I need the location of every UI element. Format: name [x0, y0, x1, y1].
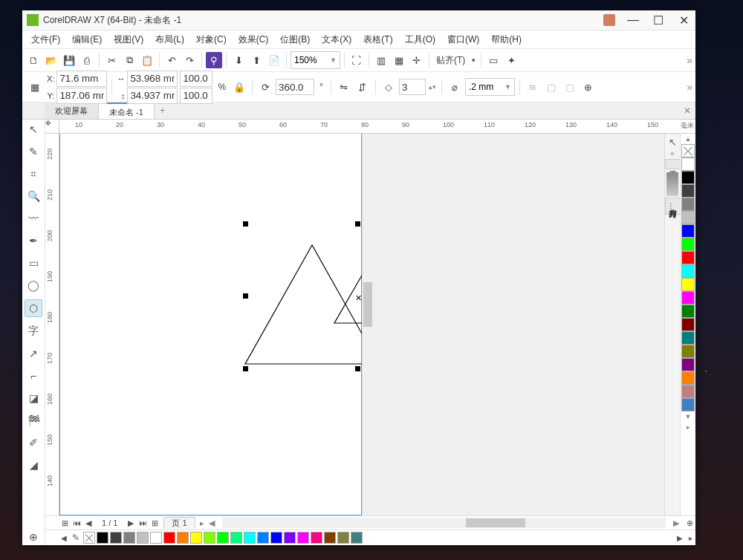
- import-icon[interactable]: ⬇: [230, 52, 247, 68]
- color-swatch[interactable]: [244, 532, 256, 544]
- menu-text[interactable]: 文本(X): [316, 30, 357, 48]
- y-position-input[interactable]: [56, 88, 107, 104]
- color-swatch[interactable]: [681, 184, 695, 198]
- menu-bitmap[interactable]: 位图(B): [274, 30, 316, 48]
- color-swatch[interactable]: [681, 345, 695, 358]
- color-swatch[interactable]: [681, 398, 695, 411]
- zoom-tool-icon[interactable]: 🔍: [25, 188, 42, 204]
- page-first-icon[interactable]: ⏮: [71, 517, 82, 529]
- close-button[interactable]: ✕: [676, 13, 691, 27]
- color-swatch[interactable]: [297, 532, 309, 544]
- mirror-v-icon[interactable]: ⇵: [354, 79, 371, 95]
- bpal-scroll-left-icon[interactable]: ◀: [59, 534, 69, 542]
- palette-scroll-down-icon[interactable]: ▼: [681, 411, 695, 422]
- menu-help[interactable]: 帮助(H): [485, 30, 528, 48]
- zoom-level-dropdown[interactable]: 150% ▼: [291, 51, 340, 69]
- save-icon[interactable]: 💾: [61, 52, 77, 68]
- paste-icon[interactable]: 📋: [139, 52, 155, 68]
- color-swatch[interactable]: [681, 264, 695, 278]
- color-swatch[interactable]: [137, 532, 149, 544]
- color-swatch[interactable]: [311, 532, 322, 544]
- new-icon[interactable]: 🗋: [25, 52, 42, 68]
- show-grid-icon[interactable]: ▦: [391, 52, 407, 68]
- scale-y-input[interactable]: [180, 88, 212, 104]
- docker-tab-hints[interactable]: 提示: [665, 159, 681, 169]
- outline-width-dropdown[interactable]: .2 mm ▼: [465, 78, 515, 96]
- page-tab-1[interactable]: 页 1: [163, 517, 195, 529]
- triangle-large[interactable]: [245, 245, 362, 364]
- mirror-h-icon[interactable]: ⇋: [336, 79, 352, 95]
- color-swatch[interactable]: [681, 157, 695, 171]
- page-tab-overflow-icon[interactable]: ▸: [200, 518, 204, 528]
- show-guides-icon[interactable]: ✛: [409, 52, 425, 68]
- navigator-icon[interactable]: ⊕: [684, 517, 695, 529]
- color-swatch[interactable]: [681, 331, 695, 345]
- color-swatch[interactable]: [230, 532, 242, 544]
- palette-scroll-up-icon[interactable]: ▲: [681, 134, 695, 144]
- toolbar-overflow-icon[interactable]: »: [687, 54, 692, 66]
- width-input[interactable]: [127, 71, 178, 87]
- page-add-after-icon[interactable]: ⊞: [149, 517, 160, 529]
- color-swatch[interactable]: [681, 385, 695, 398]
- app-launcher-icon[interactable]: ✦: [503, 52, 519, 68]
- color-swatch[interactable]: [681, 318, 695, 331]
- interactive-fill-icon[interactable]: ◢: [25, 457, 42, 473]
- page-last-icon[interactable]: ⏭: [137, 517, 149, 529]
- object-origin-icon[interactable]: ▦: [25, 79, 45, 95]
- ruler-origin-icon[interactable]: ✥: [45, 120, 59, 134]
- bpal-flyout-icon[interactable]: ▸: [685, 534, 695, 542]
- color-swatch[interactable]: [270, 532, 282, 544]
- search-content-icon[interactable]: ⚲: [206, 52, 222, 68]
- color-swatch[interactable]: [123, 532, 135, 544]
- horizontal-scrollbar[interactable]: [222, 518, 666, 528]
- docker-tab-align[interactable]: 对齐与分布...: [665, 198, 681, 215]
- no-color-swatch[interactable]: [681, 144, 695, 157]
- text-tool-icon[interactable]: 字: [25, 323, 42, 339]
- docker-pointer-icon[interactable]: ↖: [669, 137, 677, 148]
- hscroll-right-icon[interactable]: ▶: [673, 518, 679, 528]
- drop-shadow-icon[interactable]: ◪: [25, 390, 42, 406]
- rectangle-tool-icon[interactable]: ▭: [25, 255, 42, 271]
- menu-table[interactable]: 表格(T): [357, 30, 398, 48]
- bpal-eyedropper-icon[interactable]: ✎: [69, 533, 82, 543]
- parallel-dim-icon[interactable]: ↗: [25, 345, 42, 362]
- color-swatch[interactable]: [681, 211, 695, 224]
- menu-layout[interactable]: 布局(L): [149, 30, 190, 48]
- menu-window[interactable]: 窗口(W): [441, 30, 485, 48]
- export-icon[interactable]: ⬆: [248, 52, 265, 68]
- docker-collapse-icon[interactable]: «: [670, 149, 675, 157]
- ellipse-tool-icon[interactable]: ◯: [25, 277, 42, 293]
- color-swatch[interactable]: [257, 532, 269, 544]
- handle-sw[interactable]: [243, 366, 248, 371]
- vertical-scrollbar[interactable]: [362, 134, 665, 515]
- color-swatch[interactable]: [337, 532, 349, 544]
- tab-welcome[interactable]: 欢迎屏幕: [45, 102, 99, 119]
- maximize-button[interactable]: ☐: [651, 13, 666, 27]
- menu-file[interactable]: 文件(F): [25, 30, 66, 48]
- height-input[interactable]: [127, 88, 178, 104]
- user-avatar-icon[interactable]: [603, 14, 615, 26]
- handle-nw[interactable]: [243, 221, 248, 227]
- lock-ratio-icon[interactable]: 🔒: [231, 79, 247, 95]
- menu-edit[interactable]: 编辑(E): [66, 30, 108, 48]
- polygon-tool-icon[interactable]: ⬡: [25, 299, 42, 317]
- redo-icon[interactable]: ↷: [181, 52, 198, 68]
- show-rulers-icon[interactable]: ▥: [373, 52, 389, 68]
- menu-object[interactable]: 对象(C): [190, 30, 233, 48]
- color-swatch[interactable]: [681, 358, 695, 371]
- artistic-media-icon[interactable]: ✒: [25, 232, 42, 249]
- scale-x-input[interactable]: [180, 71, 212, 87]
- handle-s[interactable]: [355, 366, 360, 371]
- color-swatch[interactable]: [681, 198, 695, 211]
- freehand-tool-icon[interactable]: 〰: [25, 210, 42, 227]
- drawing-canvas[interactable]: ✕: [59, 134, 362, 515]
- cut-icon[interactable]: ✂: [103, 52, 120, 68]
- menu-view[interactable]: 视图(V): [108, 30, 149, 48]
- color-swatch[interactable]: [110, 532, 122, 544]
- color-swatch[interactable]: [150, 532, 162, 544]
- open-icon[interactable]: 📂: [43, 52, 59, 68]
- eyedropper-icon[interactable]: ✐: [25, 434, 42, 451]
- color-swatch[interactable]: [681, 238, 695, 251]
- shape-tool-icon[interactable]: ✎: [25, 143, 42, 160]
- color-swatch[interactable]: [681, 291, 695, 305]
